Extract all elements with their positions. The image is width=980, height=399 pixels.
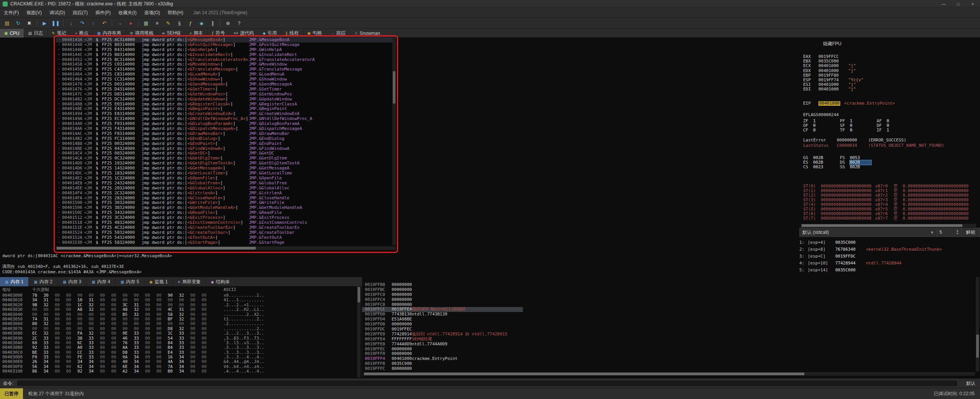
flags-row[interactable]: CF0TF0IF1 (803, 128, 978, 133)
stack-row[interactable]: 0019FFE87744A0D9ntdll.7744A0D9 (362, 342, 523, 347)
breakpoint-gutter[interactable]: • (56, 181, 62, 186)
last-error-row[interactable]: LastError00000000(ERROR_SUCCESS) (803, 138, 978, 143)
execute-till-return-icon[interactable]: ↑ (88, 18, 98, 28)
argument-row[interactable]: 1:[esp+4]0035C000 (799, 239, 980, 246)
breakpoint-gutter[interactable]: • (56, 220, 62, 225)
dump-row[interactable]: 004031008634000092340000A2340000B0340000… (0, 369, 362, 374)
breakpoint-gutter[interactable]: • (56, 225, 62, 230)
disasm-row[interactable]: •0040144C<JM$FF25 B8314000jmp dword ptr … (56, 53, 396, 57)
breakpoint-gutter[interactable]: • (56, 82, 62, 87)
breakpoint-gutter[interactable]: • (56, 67, 62, 72)
disasm-row[interactable]: •0040143A<JM$FF25 AC314000jmp dword ptr … (56, 38, 396, 43)
breakpoint-gutter[interactable]: • (56, 171, 62, 176)
disasm-row[interactable]: •00401476<JM$FF25 D4314000jmp dword ptr … (56, 87, 396, 92)
disasm-row[interactable]: •004014AC<JM$FF25 F8314000jmp dword ptr … (56, 131, 396, 136)
dump-row[interactable]: 0040306080320000000000000000000000000000… (0, 322, 362, 326)
references-icon[interactable]: ◈ (196, 18, 207, 28)
stack-row[interactable]: 0019FFEC00000000 (362, 347, 523, 352)
breakpoint-gutter[interactable]: • (56, 176, 62, 181)
breakpoint-gutter[interactable]: • (56, 240, 62, 245)
breakpoint-gutter[interactable]: • (56, 72, 62, 77)
stop-icon[interactable]: ✖ (24, 18, 34, 28)
menu-item[interactable]: 插件(P) (91, 8, 114, 18)
log-icon[interactable]: ≡ (152, 18, 162, 28)
breakpoint-gutter[interactable]: • (56, 205, 62, 210)
dump-vertical-scrollbar[interactable] (357, 286, 361, 378)
disasm-row[interactable]: •004014E2<JM$FF25 1C324000jmp dword ptr … (56, 176, 396, 181)
argument-row[interactable]: 2:[esp+8]76786340<kernel32.BaseThreadIni… (799, 246, 980, 253)
scrollbar-thumb[interactable] (364, 373, 804, 375)
disassembly-vertical-scrollbar[interactable] (392, 38, 396, 245)
argument-row[interactable]: 5:[esp+14]0035C000 (799, 267, 980, 274)
step-back-icon[interactable]: ↶ (99, 18, 109, 28)
breakpoint-gutter[interactable]: • (56, 151, 62, 156)
registers-horizontal-scrollbar[interactable] (801, 224, 976, 227)
tab-notes[interactable]: ✎笔记 (47, 29, 70, 38)
disasm-row[interactable]: •00401524<JM$FF25 50324000jmp dword ptr … (56, 230, 396, 235)
argument-row[interactable]: 3:[esp+C]0019FFDC (799, 253, 980, 260)
dump-row[interactable]: 00403080EC320000FA3200000E3300001C330000… (0, 331, 362, 336)
disasm-row[interactable]: •00401530<JM$FF25 58324000jmp dword ptr … (56, 240, 396, 245)
pause-icon[interactable]: ❚❚ (51, 18, 61, 28)
scrollbar-thumb[interactable] (976, 335, 979, 358)
segment-row[interactable]: GS002BFS0053 (803, 156, 978, 160)
disasm-row[interactable]: •00401482<JM$FF25 DC314000jmp dword ptr … (56, 97, 396, 102)
menu-item[interactable]: 收藏夹(I) (114, 8, 140, 18)
stack-row[interactable]: 0019FFC400000000 (362, 297, 523, 302)
breakpoint-gutter[interactable]: • (56, 53, 62, 57)
breakpoint-gutter[interactable]: • (56, 196, 62, 201)
notes-icon[interactable]: ✎ (163, 18, 173, 28)
step-over-icon[interactable]: ↷ (77, 18, 87, 28)
settings-icon[interactable]: ⊕ (223, 18, 233, 28)
tab-references[interactable]: ◈引用 (258, 29, 281, 38)
menu-item[interactable]: 视图(V) (23, 8, 46, 18)
breakpoint-gutter[interactable]: • (56, 43, 62, 48)
tab-memory-4[interactable]: ▦内存 4 (87, 277, 115, 286)
tab-script[interactable]: »脚本 (185, 29, 207, 38)
breakpoint-gutter[interactable]: • (56, 77, 62, 82)
breakpoint-gutter[interactable]: • (56, 215, 62, 220)
register-row[interactable]: EFLAGS00000244 (803, 113, 978, 117)
register-row[interactable]: EIP00401000<crackme.EntryPoint> (803, 101, 978, 106)
tab-call-stack[interactable]: ≣调用堆栈 (126, 29, 158, 38)
tab-memory-1[interactable]: ▦内存 1 (0, 277, 29, 286)
stack-row[interactable]: 0019FFC000000000 (362, 292, 523, 297)
tab-memory-5[interactable]: ▦内存 5 (116, 277, 144, 286)
breakpoint-gutter[interactable]: • (56, 38, 62, 43)
breakpoint-gutter[interactable]: • (56, 92, 62, 97)
breakpoint-gutter[interactable]: • (56, 136, 62, 141)
stack-vertical-scrollbar[interactable] (976, 277, 979, 371)
breakpoint-gutter[interactable]: • (56, 122, 62, 126)
disasm-row[interactable]: •00401470<JM$FF25 D0314000jmp dword ptr … (56, 82, 396, 87)
tab-cpu[interactable]: ▣CPU (0, 29, 24, 38)
register-row[interactable]: ECX00401000"j" (803, 64, 978, 68)
disasm-row[interactable]: •004014B8<JM$FF25 00324000jmp dword ptr … (56, 141, 396, 146)
register-row[interactable]: EDX00401000"j" (803, 69, 978, 73)
stack-pane[interactable]: 0019FFB8000000000019FFBC000000000019FFC0… (362, 277, 980, 378)
breakpoint-gutter[interactable]: • (56, 235, 62, 240)
breakpoint-gutter[interactable]: • (56, 102, 62, 107)
breakpoint-gutter[interactable]: • (56, 161, 62, 166)
stack-row[interactable]: 0019FFE077428914返回到 ntdll.77428914 自 ntd… (362, 332, 523, 337)
tab-struct[interactable]: ◆结构体 (206, 277, 235, 286)
close-button[interactable]: × (965, 0, 980, 8)
argument-count-spinner[interactable]: 5 ▲▼ (937, 228, 961, 236)
breakpoint-icon[interactable]: ● (126, 18, 136, 28)
menu-item[interactable]: 跟踪(T) (69, 8, 91, 18)
breakpoint-gutter[interactable]: • (56, 200, 62, 205)
tab-breakpoints[interactable]: ●断点 (71, 29, 93, 38)
trace-icon[interactable]: → (114, 18, 125, 28)
segment-row[interactable]: CS0023SS002B (803, 165, 978, 169)
disasm-row[interactable]: •00401446<JM$FF25 B4314000jmp dword ptr … (56, 48, 396, 53)
tab-handles[interactable]: ◉句柄 (303, 29, 327, 38)
memory-dump-pane[interactable]: 地址 十六进制 ASCII 00403000783000000000000000… (0, 286, 362, 378)
breakpoint-gutter[interactable]: • (56, 166, 62, 171)
tab-snowman[interactable]: ☃Snowman (350, 29, 385, 38)
breakpoint-gutter[interactable]: • (56, 141, 62, 146)
disasm-row[interactable]: •0040151E<JM$FF25 4C324000jmp dword ptr … (56, 225, 396, 230)
tab-symbols[interactable]: ƒ符号 (207, 29, 230, 38)
breakpoint-gutter[interactable]: • (56, 112, 62, 117)
tab-seh[interactable]: ∞SEH链 (158, 29, 186, 38)
breakpoint-gutter[interactable]: • (56, 230, 62, 235)
stack-row[interactable]: 0019FFF400401000crackme.EntryPoint (362, 356, 523, 361)
